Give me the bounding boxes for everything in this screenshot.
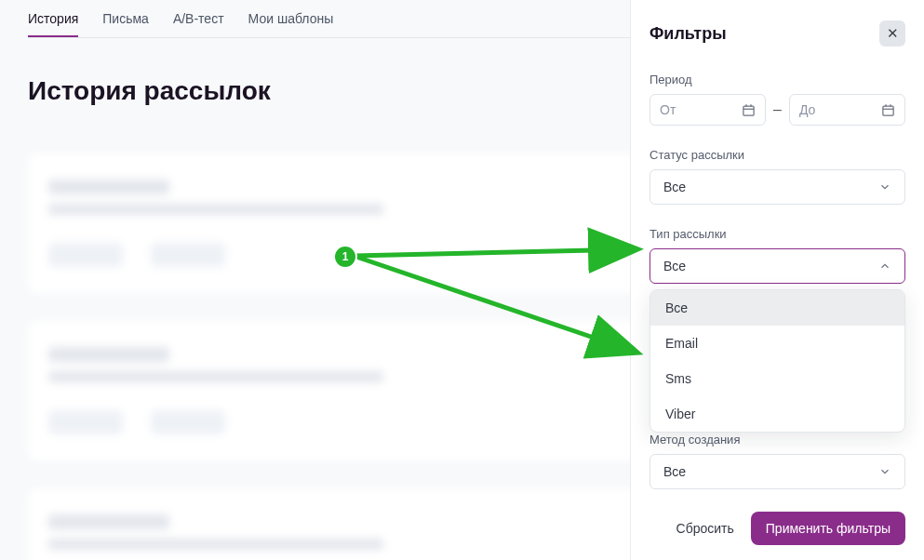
type-option-all[interactable]: Все <box>650 290 904 326</box>
date-to-input[interactable]: До <box>789 94 905 126</box>
tab-abtest[interactable]: A/B-тест <box>173 11 224 37</box>
close-button[interactable]: ✕ <box>879 20 905 47</box>
type-select[interactable]: Все <box>649 248 905 284</box>
type-dropdown: Все Email Sms Viber <box>649 289 905 433</box>
calendar-icon <box>881 103 895 117</box>
chevron-down-icon <box>878 465 891 478</box>
status-label: Статус рассылки <box>649 148 905 162</box>
tab-templates[interactable]: Мои шаблоны <box>248 11 334 37</box>
status-select[interactable]: Все <box>649 169 905 205</box>
type-value: Все <box>663 259 686 273</box>
type-option-viber[interactable]: Viber <box>650 396 904 432</box>
status-value: Все <box>663 180 686 194</box>
period-label: Период <box>649 73 905 87</box>
reset-button[interactable]: Сбросить <box>671 512 740 545</box>
close-icon: ✕ <box>887 25 899 42</box>
filter-title: Фильтры <box>649 24 727 44</box>
filter-panel: Фильтры ✕ Период От – До Статус рассылки… <box>630 0 924 560</box>
page-title: История рассылок <box>28 76 271 106</box>
svg-rect-6 <box>883 106 893 115</box>
method-value: Все <box>663 464 686 479</box>
method-select[interactable]: Все <box>649 454 905 489</box>
chevron-down-icon <box>878 180 891 193</box>
date-from-input[interactable]: От <box>649 94 766 126</box>
date-from-placeholder: От <box>660 102 676 117</box>
type-label: Тип рассылки <box>649 227 905 241</box>
chevron-up-icon <box>878 260 891 273</box>
type-option-sms[interactable]: Sms <box>650 361 904 396</box>
apply-button[interactable]: Применить фильтры <box>751 512 905 545</box>
method-label: Метод создания <box>649 433 905 447</box>
tab-history[interactable]: История <box>28 11 78 37</box>
svg-rect-2 <box>743 106 754 115</box>
date-to-placeholder: До <box>799 102 815 117</box>
type-option-email[interactable]: Email <box>650 326 904 361</box>
calendar-icon <box>742 103 756 117</box>
tab-letters[interactable]: Письма <box>102 11 149 37</box>
period-dash: – <box>773 101 782 118</box>
